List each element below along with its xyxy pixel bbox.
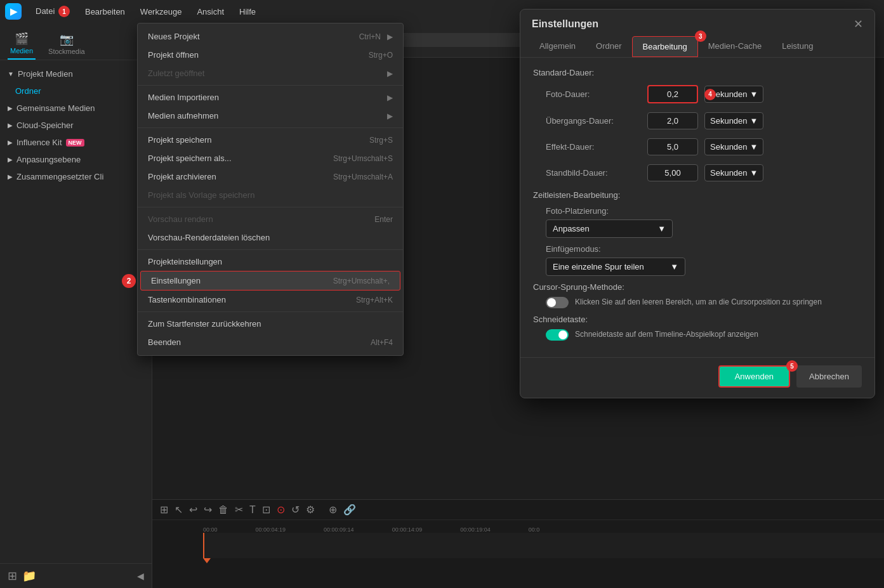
dd-label-medien-imp: Medien Importieren <box>148 93 219 102</box>
dd-medien-importieren[interactable]: Medien Importieren ▶ <box>138 88 403 107</box>
effekt-unit[interactable]: Sekunden ▼ <box>704 138 763 155</box>
cancel-button[interactable]: Abbrechen <box>796 365 862 388</box>
dd-zuletzt[interactable]: Zuletzt geöffnet ▶ <box>138 64 403 82</box>
ruler-marks: 00:00 00:00:04:19 00:00:09:14 00:00:14:0… <box>152 520 884 533</box>
effekt-input[interactable] <box>647 138 698 155</box>
ubergangs-input[interactable] <box>647 112 698 129</box>
dd-projekt-archivieren[interactable]: Projekt archivieren Strg+Umschalt+A <box>138 167 403 186</box>
tl-icon-dot[interactable]: ⊙ <box>277 504 285 516</box>
einfuge-select[interactable]: Eine einzelne Spur teilen ▼ <box>546 258 685 276</box>
dd-beenden[interactable]: Beenden Alt+F4 <box>138 333 403 351</box>
sidebar-item-gemeinsame[interactable]: ▶ Gemeinsame Medien <box>0 100 152 117</box>
dialog-title: Einstellungen <box>532 18 598 30</box>
dd-vorlage[interactable]: Projekt als Vorlage speichern <box>138 186 403 204</box>
tl-icon-redo[interactable]: ↪ <box>204 504 212 516</box>
standbild-unit[interactable]: Sekunden ▼ <box>704 164 763 181</box>
menu-bearbeiten[interactable]: Bearbeiten <box>79 4 131 19</box>
dd-tastenkomb[interactable]: Tastenkombinationen Strg+Alt+K <box>138 291 403 309</box>
tl-icon-rotate[interactable]: ↺ <box>291 504 300 516</box>
menu-hilfe[interactable]: Hilfe <box>233 4 262 19</box>
foto-dauer-input[interactable] <box>647 85 698 103</box>
tl-icon-settings[interactable]: ⚙ <box>306 504 315 516</box>
ubergangs-unit[interactable]: Sekunden ▼ <box>704 112 763 129</box>
sidebar-tab-medien[interactable]: 🎬 Medien <box>8 28 36 60</box>
sidebar-item-influence-kit[interactable]: ▶ Influence Kit NEW <box>0 134 152 151</box>
dd-neues-projekt[interactable]: Neues Projekt Ctrl+N ▶ <box>138 27 403 46</box>
sidebar-item-projekt-medien-label: Projekt Medien <box>18 69 73 79</box>
sidebar-item-ordner-label: Ordner <box>15 86 41 96</box>
dd-vorschau-loschen[interactable]: Vorschau-Renderdateien löschen <box>138 228 403 247</box>
dialog-close-button[interactable]: ✕ <box>854 18 863 30</box>
ruler-mark-3: 00:00:14:09 <box>392 526 423 533</box>
zeitleisten-label: Zeitleisten-Bearbeitung: <box>533 190 862 200</box>
sidebar-folder-icon[interactable]: 📁 <box>22 569 36 583</box>
dd-arrow-medien-auf: ▶ <box>387 112 393 121</box>
dd-label-proj-speich: Projekt speichern <box>148 135 211 145</box>
dd-label-medien-auf: Medien aufnehmen <box>148 111 218 121</box>
sidebar-bottom: ⊞ 📁 ◀ <box>0 563 152 588</box>
apply-button[interactable]: Anwenden 5 <box>718 365 790 388</box>
dd-projekt-speichern-als[interactable]: Projekt speichern als... Strg+Umschalt+S <box>138 149 403 167</box>
dd-label-zuletzt: Zuletzt geöffnet <box>148 69 204 78</box>
ruler-mark-5: 00:0 <box>529 526 540 533</box>
dd-startfenster[interactable]: Zum Startfenster zurückkehren <box>138 315 403 333</box>
dtab-ordner[interactable]: Ordner <box>586 36 631 57</box>
tl-icon-cursor[interactable]: ↖ <box>175 504 183 516</box>
sidebar-item-zusammen[interactable]: ▶ Zusammengesetzter Cli <box>0 168 152 185</box>
dd-shortcut-neues-projekt: Ctrl+N ▶ <box>359 32 393 41</box>
dd-arrow-medien-imp: ▶ <box>387 93 393 102</box>
sidebar-collapse-icon[interactable]: ◀ <box>137 571 144 581</box>
menu-werkzeuge[interactable]: Werkzeuge <box>134 4 188 19</box>
effekt-chevron: ▼ <box>750 142 758 152</box>
dtab-medien-cache[interactable]: Medien-Cache <box>698 36 772 57</box>
dtab-allgemein[interactable]: Allgemein <box>529 36 586 57</box>
foto-platz-chevron: ▼ <box>657 224 666 233</box>
dd-sep-3 <box>138 207 403 207</box>
dd-label-neues-projekt: Neues Projekt <box>148 32 200 41</box>
sidebar-add-icon[interactable]: ⊞ <box>8 569 17 583</box>
foto-platz-select[interactable]: Anpassen ▼ <box>546 219 673 238</box>
dd-vorschau-rendern[interactable]: Vorschau rendern Enter <box>138 210 403 228</box>
dtab-bearbeitung[interactable]: Bearbeitung 3 <box>632 36 698 57</box>
dd-medien-aufnehmen[interactable]: Medien aufnehmen ▶ <box>138 107 403 125</box>
dd-shortcut-tk: Strg+Alt+K <box>356 296 393 304</box>
dd-sep-5 <box>138 311 403 312</box>
standbild-dauer-row: Standbild-Dauer: Sekunden ▼ <box>533 164 862 181</box>
sidebar-item-ordner[interactable]: Ordner <box>0 82 152 100</box>
sidebar-item-cloud[interactable]: ▶ Cloud-Speicher <box>0 117 152 134</box>
sidebar-item-projekt-medien[interactable]: ▼ Projekt Medien <box>0 65 152 82</box>
tl-icon-undo[interactable]: ↩ <box>189 504 197 516</box>
dialog-body: Standard-Dauer: Foto-Dauer: 4 Sekunden ▼… <box>520 58 874 357</box>
foto-dauer-label: Foto-Dauer: <box>546 89 647 99</box>
sidebar-tab-stockmedia[interactable]: 📷 Stockmedia <box>46 29 87 59</box>
timeline-ruler: 00:00 00:00:04:19 00:00:09:14 00:00:14:0… <box>152 520 884 588</box>
menu-datei[interactable]: Datei 1 <box>29 3 76 20</box>
dialog-footer: Anwenden 5 Abbrechen <box>520 357 874 398</box>
tl-icon-add-track[interactable]: ⊕ <box>329 504 337 516</box>
cursor-toggle[interactable] <box>546 297 569 308</box>
schneidetaste-toggle[interactable] <box>546 329 569 341</box>
sidebar-item-anpassung[interactable]: ▶ Anpasungsebene <box>0 151 152 168</box>
dd-shortcut-beenden: Alt+F4 <box>371 338 393 347</box>
tl-icon-delete[interactable]: 🗑 <box>218 504 228 516</box>
tl-icon-link[interactable]: 🔗 <box>343 504 356 516</box>
dialog-header: Einstellungen ✕ <box>520 10 874 30</box>
tl-icon-crop[interactable]: ⊡ <box>262 504 270 516</box>
badge-3: 3 <box>695 30 706 42</box>
dd-shortcut-proj-speich-als: Strg+Umschalt+S <box>333 154 393 163</box>
arrow-icon: ▼ <box>8 70 14 77</box>
tl-icon-cut[interactable]: ✂ <box>235 504 243 516</box>
dd-projekteinstellungen[interactable]: Projekteinstellungen <box>138 252 403 271</box>
standbild-chevron: ▼ <box>750 168 758 178</box>
dd-projekt-speichern[interactable]: Projekt speichern Strg+S <box>138 131 403 149</box>
standard-dauer-label: Standard-Dauer: <box>533 68 862 77</box>
standbild-input[interactable] <box>647 164 698 181</box>
dtab-leistung[interactable]: Leistung <box>772 36 823 57</box>
sidebar-tab-medien-label: Medien <box>10 47 33 55</box>
dd-projekt-offnen[interactable]: Projekt öffnen Strg+O <box>138 46 403 64</box>
menu-ansicht[interactable]: Ansicht <box>190 4 230 19</box>
medien-icon: 🎬 <box>15 32 29 46</box>
tl-icon-text[interactable]: T <box>249 504 256 516</box>
tl-icon-grid[interactable]: ⊞ <box>160 504 168 516</box>
dd-einstellungen[interactable]: Einstellungen Strg+Umschalt+, 2 <box>140 271 400 291</box>
